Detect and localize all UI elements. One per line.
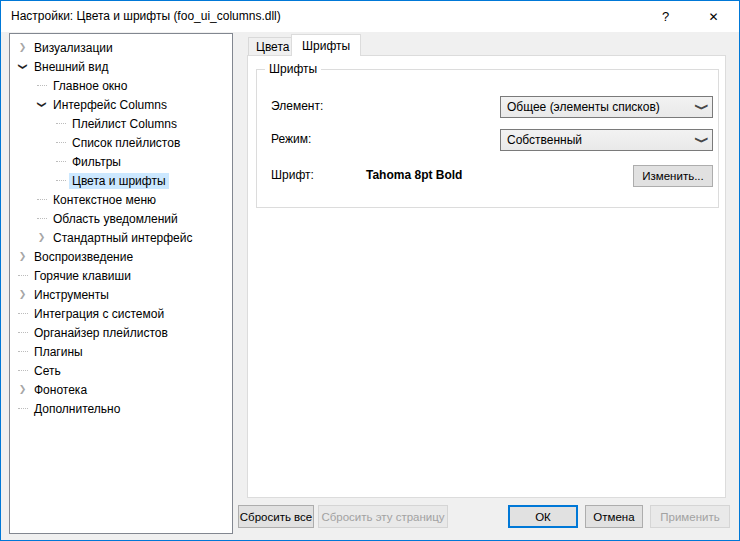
close-button[interactable]: ✕ xyxy=(691,1,736,32)
tree-item-label: Фильтры xyxy=(69,154,124,170)
chevron-down-icon[interactable]: ❯ xyxy=(18,63,27,71)
tree-item-label: Инструменты xyxy=(31,287,112,303)
tree-item-label: Органайзер плейлистов xyxy=(31,325,171,341)
chevron-right-icon[interactable]: ❯ xyxy=(19,252,27,261)
tree-item-0[interactable]: ❯Визуализации xyxy=(10,38,232,57)
tree-item-label: Сеть xyxy=(31,363,64,379)
tree-connector xyxy=(56,142,66,143)
font-label: Шрифт: xyxy=(271,168,314,182)
tree-item-19[interactable]: Дополнительно xyxy=(10,399,232,418)
tree-item-label: Визуализации xyxy=(31,40,116,56)
change-font-button[interactable]: Изменить... xyxy=(633,165,713,187)
tree-connector xyxy=(37,218,47,219)
close-icon: ✕ xyxy=(708,10,718,24)
tree-item-label: Фонотека xyxy=(31,382,90,398)
tree-item-label: Интеграция с системой xyxy=(31,306,167,322)
tree-item-11[interactable]: ❯Воспроизведение xyxy=(10,247,232,266)
tree-connector xyxy=(18,275,28,276)
tree-item-label: Дополнительно xyxy=(31,401,123,417)
tree-item-label: Горячие клавиши xyxy=(31,268,134,284)
reset-all-button[interactable]: Сбросить все xyxy=(238,505,314,528)
tree-connector xyxy=(18,313,28,314)
tree-item-18[interactable]: ❯Фонотека xyxy=(10,380,232,399)
tree-item-label: Главное окно xyxy=(50,78,130,94)
element-dropdown[interactable]: Общее (элементы списков) ❯ xyxy=(500,96,713,118)
tree-item-10[interactable]: ❯Стандартный интерфейс xyxy=(10,228,232,247)
tree-connector xyxy=(37,85,47,86)
tree-item-7[interactable]: Цвета и шрифты xyxy=(10,171,232,190)
tree-item-3[interactable]: ❯Интерфейс Columns xyxy=(10,95,232,114)
tree-connector xyxy=(18,332,28,333)
tree-connector xyxy=(56,123,66,124)
tree-item-9[interactable]: Область уведомлений xyxy=(10,209,232,228)
window-title: Настройки: Цвета и шрифты (foo_ui_column… xyxy=(11,9,281,23)
tree-item-label: Воспроизведение xyxy=(31,249,136,265)
chevron-down-icon[interactable]: ❯ xyxy=(37,101,46,109)
tree-item-5[interactable]: Список плейлистов xyxy=(10,133,232,152)
tree-connector xyxy=(18,351,28,352)
chevron-right-icon[interactable]: ❯ xyxy=(19,385,27,394)
fonts-tab-page: Шрифты Элемент: Общее (элементы списков)… xyxy=(247,55,726,498)
cancel-button[interactable]: Отмена xyxy=(585,505,643,528)
tree-item-6[interactable]: Фильтры xyxy=(10,152,232,171)
element-label: Элемент: xyxy=(271,99,323,113)
tree-item-label: Интерфейс Columns xyxy=(50,97,170,113)
tree-item-label: Внешний вид xyxy=(31,59,111,75)
help-button[interactable]: ? xyxy=(643,1,688,32)
groupbox-title: Шрифты xyxy=(265,62,321,76)
preferences-tree[interactable]: ❯Визуализации❯Внешний видГлавное окно❯Ин… xyxy=(9,33,233,534)
tree-item-label: Плагины xyxy=(31,344,86,360)
tree-item-label: Контекстное меню xyxy=(50,192,159,208)
tree-connector xyxy=(18,370,28,371)
font-preview-value: Tahoma 8pt Bold xyxy=(366,168,462,182)
ok-button[interactable]: ОК xyxy=(508,505,578,528)
tree-connector xyxy=(56,161,66,162)
mode-label: Режим: xyxy=(271,132,311,146)
tree-item-label: Список плейлистов xyxy=(69,135,183,151)
tree-item-12[interactable]: Горячие клавиши xyxy=(10,266,232,285)
tree-item-17[interactable]: Сеть xyxy=(10,361,232,380)
chevron-down-icon: ❯ xyxy=(695,103,709,111)
reset-page-button: Сбросить эту страницу xyxy=(318,505,448,528)
tree-connector xyxy=(18,408,28,409)
tree-item-16[interactable]: Плагины xyxy=(10,342,232,361)
tree-item-label: Область уведомлений xyxy=(50,211,181,227)
tree-item-2[interactable]: Главное окно xyxy=(10,76,232,95)
tree-connector xyxy=(37,199,47,200)
tree-item-1[interactable]: ❯Внешний вид xyxy=(10,57,232,76)
tree-connector xyxy=(56,180,66,181)
tree-item-label: Стандартный интерфейс xyxy=(50,230,196,246)
element-dropdown-value: Общее (элементы списков) xyxy=(507,100,694,114)
mode-dropdown[interactable]: Собственный ❯ xyxy=(500,129,713,151)
tree-item-label: Цвета и шрифты xyxy=(69,173,169,189)
chevron-right-icon[interactable]: ❯ xyxy=(19,43,27,52)
help-icon: ? xyxy=(662,9,669,24)
tree-item-15[interactable]: Органайзер плейлистов xyxy=(10,323,232,342)
tree-item-8[interactable]: Контекстное меню xyxy=(10,190,232,209)
preferences-dialog: Настройки: Цвета и шрифты (foo_ui_column… xyxy=(0,0,740,541)
tree-item-4[interactable]: Плейлист Columns xyxy=(10,114,232,133)
apply-button: Применить xyxy=(650,505,730,528)
mode-dropdown-value: Собственный xyxy=(507,133,694,147)
chevron-right-icon[interactable]: ❯ xyxy=(38,233,46,242)
chevron-right-icon[interactable]: ❯ xyxy=(19,290,27,299)
chevron-down-icon: ❯ xyxy=(695,136,709,144)
tree-item-14[interactable]: Интеграция с системой xyxy=(10,304,232,323)
tab-fonts[interactable]: Шрифты xyxy=(291,34,361,56)
titlebar[interactable]: Настройки: Цвета и шрифты (foo_ui_column… xyxy=(1,1,739,32)
tree-item-label: Плейлист Columns xyxy=(69,116,180,132)
tree-item-13[interactable]: ❯Инструменты xyxy=(10,285,232,304)
